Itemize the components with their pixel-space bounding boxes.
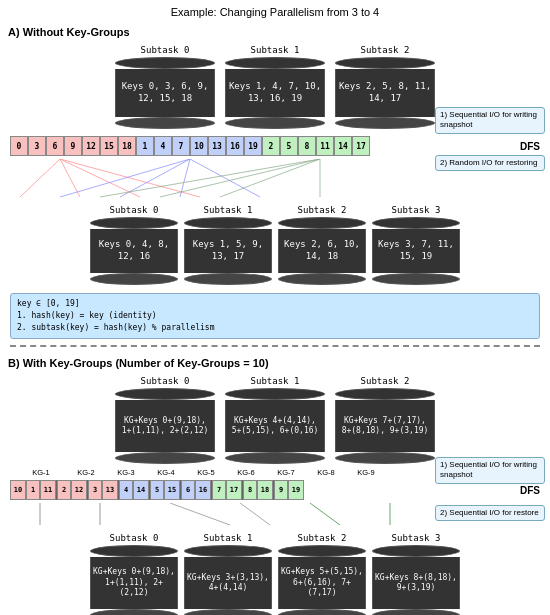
subtask-b-top-1: Subtask 1 KG+Keys 4+(4,14), 5+(5,15), 6+…: [225, 376, 325, 464]
subtask-a-top-2: Subtask 2 Keys 2, 5, 8, 11, 14, 17: [335, 45, 435, 129]
dfs-cell: 18: [118, 136, 136, 156]
svg-line-8: [100, 159, 320, 197]
subtask-b-bot-2: Subtask 2 KG+Keys 5+(5,15), 6+(6,16), 7+…: [278, 533, 366, 615]
dfs-cell: 1: [26, 480, 40, 500]
svg-line-14: [170, 503, 230, 525]
cyl-top: [225, 57, 325, 69]
svg-line-0: [20, 159, 60, 197]
svg-line-9: [160, 159, 320, 197]
subtask-a-bot-2: Subtask 2 Keys 2, 6, 10, 14, 18: [278, 205, 366, 285]
dfs-cell: 4: [119, 480, 133, 500]
cyl-top: [115, 57, 215, 69]
section-b-label: B) With Key-Groups (Number of Key-Groups…: [0, 353, 550, 372]
dfs-cell: 12: [71, 480, 87, 500]
dfs-strip-a: 0 3 6 9 12 15 18 1 4 7 10 13 16: [10, 135, 540, 157]
dfs-cell: 13: [208, 136, 226, 156]
cyl-body: Keys 0, 3, 6, 9, 12, 15, 18: [115, 69, 215, 117]
subtask-a-bot-3: Subtask 3 Keys 3, 7, 11, 15, 19: [372, 205, 460, 285]
dfs-cell: 2: [57, 480, 71, 500]
dfs-cell: 6: [46, 136, 64, 156]
dfs-cell: 14: [133, 480, 149, 500]
dfs-cell: 15: [164, 480, 180, 500]
dfs-cell: 15: [100, 136, 118, 156]
dfs-cell: 5: [150, 480, 164, 500]
dfs-cell: 7: [172, 136, 190, 156]
section-b-top-subtasks: Subtask 0 KG+Keys 0+(9,18), 1+(1,11), 2+…: [0, 372, 550, 468]
dfs-cell: 17: [226, 480, 242, 500]
annot-seq-write: 1) Sequential I/O for writing snapshot: [435, 107, 545, 134]
dfs-cell: 8: [298, 136, 316, 156]
subtask-b-top-0: Subtask 0 KG+Keys 0+(9,18), 1+(1,11), 2+…: [115, 376, 215, 464]
svg-line-10: [220, 159, 320, 197]
page-title: Example: Changing Parallelism from 3 to …: [0, 0, 550, 22]
subtask-a-top-1: Subtask 1 Keys 1, 4, 7, 10, 13, 16, 19: [225, 45, 325, 129]
dfs-cell: 14: [334, 136, 352, 156]
svg-line-16: [310, 503, 340, 525]
dfs-cell: 16: [226, 136, 244, 156]
dfs-cell: 12: [82, 136, 100, 156]
cyl-top: [335, 57, 435, 69]
cyl-body: Keys 2, 5, 8, 11, 14, 17: [335, 69, 435, 117]
dfs-label-b: DFS: [520, 485, 540, 496]
dfs-cell: 3: [28, 136, 46, 156]
dfs-cell: 11: [40, 480, 56, 500]
annot-b-seq-write: 1) Sequential I/O for writing snapshot: [435, 457, 545, 484]
subtask-b-bot-1: Subtask 1 KG+Keys 3+(3,13), 4+(4,14): [184, 533, 272, 615]
svg-line-2: [60, 159, 140, 197]
dfs-cell: 7: [212, 480, 226, 500]
cyl-bottom: [115, 117, 215, 129]
dfs-cell: 6: [181, 480, 195, 500]
dfs-cell: 10: [190, 136, 208, 156]
legend-a: key ∈ [0, 19] 1. hash(key) = key (identi…: [10, 293, 540, 339]
subtask-a-bot-1: Subtask 1 Keys 1, 5, 9, 13, 17: [184, 205, 272, 285]
dfs-cell: 17: [352, 136, 370, 156]
dfs-cell: 18: [257, 480, 273, 500]
svg-line-7: [190, 159, 260, 197]
dfs-cell: 11: [316, 136, 334, 156]
section-b-bottom-subtasks: Subtask 0 KG+Keys 0+(9,18), 1+(1,11), 2+…: [0, 529, 550, 615]
dfs-cell: 13: [102, 480, 118, 500]
dfs-cell: 16: [195, 480, 211, 500]
dfs-cell: 9: [64, 136, 82, 156]
section-a-bottom-subtasks: Subtask 0 Keys 0, 4, 8, 12, 16 Subtask 1…: [0, 201, 550, 289]
annot-b-seq-restore: 2) Sequential I/O for restore: [435, 505, 545, 521]
dfs-cell: 2: [262, 136, 280, 156]
section-a-label: A) Without Key-Groups: [0, 22, 550, 41]
dfs-cells-a: 0 3 6 9 12 15 18 1 4 7 10 13 16: [10, 136, 516, 156]
dfs-cell: 4: [154, 136, 172, 156]
dfs-cell: 5: [280, 136, 298, 156]
dfs-cell: 19: [244, 136, 262, 156]
svg-line-15: [240, 503, 270, 525]
section-a: A) Without Key-Groups Subtask 0 Keys 0, …: [0, 22, 550, 339]
annot-random-restore: 2) Random I/O for restoring: [435, 155, 545, 171]
cyl-body: Keys 1, 4, 7, 10, 13, 16, 19: [225, 69, 325, 117]
dfs-cell: 1: [136, 136, 154, 156]
dfs-area-b: 10 1 11 2 12 3 13 4: [10, 479, 540, 527]
cyl-bottom: [335, 117, 435, 129]
dfs-cell: 8: [243, 480, 257, 500]
divider: [10, 345, 540, 347]
svg-line-1: [60, 159, 80, 197]
subtask-b-bot-0: Subtask 0 KG+Keys 0+(9,18), 1+(1,11), 2+…: [90, 533, 178, 615]
page-container: Example: Changing Parallelism from 3 to …: [0, 0, 550, 615]
dfs-cell: 3: [88, 480, 102, 500]
dfs-label: DFS: [520, 141, 540, 152]
subtask-a-top-0: Subtask 0 Keys 0, 3, 6, 9, 12, 15, 18: [115, 45, 215, 129]
cyl-bottom: [225, 117, 325, 129]
dfs-cell: 0: [10, 136, 28, 156]
subtask-a-bot-0: Subtask 0 Keys 0, 4, 8, 12, 16: [90, 205, 178, 285]
section-b: B) With Key-Groups (Number of Key-Groups…: [0, 353, 550, 615]
dfs-cell: 19: [288, 480, 304, 500]
subtask-b-top-2: Subtask 2 KG+Keys 7+(7,17), 8+(8,18), 9+…: [335, 376, 435, 464]
dfs-area-a-top: 0 3 6 9 12 15 18 1 4 7 10 13 16: [10, 135, 540, 199]
dfs-cell: 10: [10, 480, 26, 500]
dfs-cell: 9: [274, 480, 288, 500]
subtask-b-bot-3: Subtask 3 KG+Keys 8+(8,18), 9+(3,19): [372, 533, 460, 615]
